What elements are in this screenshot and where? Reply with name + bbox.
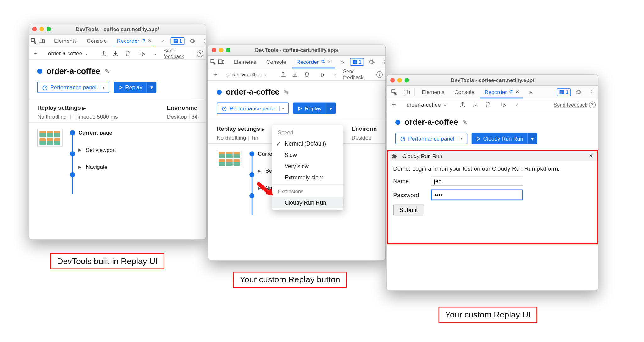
recording-selector[interactable]: order-a-coffee⌄: [404, 101, 452, 108]
chevron-down-icon[interactable]: ▾: [100, 85, 105, 90]
new-recording-button[interactable]: ＋: [211, 70, 219, 79]
close-window-icon[interactable]: [212, 48, 216, 52]
tab-console[interactable]: Console: [450, 86, 479, 98]
recording-selector[interactable]: order-a-coffee ⌄: [46, 49, 93, 57]
performance-panel-button[interactable]: Performance panel ▾: [395, 133, 467, 144]
delete-icon[interactable]: [122, 50, 133, 57]
kebab-menu-icon[interactable]: ⋮: [200, 38, 206, 44]
kebab-menu-icon[interactable]: ⋮: [379, 59, 386, 65]
edit-pencil-icon[interactable]: ✎: [284, 88, 289, 96]
menu-item-cloudy-run-run[interactable]: Cloudy Run Run: [272, 197, 343, 208]
send-feedback-link[interactable]: Send feedback: [343, 69, 375, 80]
kebab-menu-icon[interactable]: ⋮: [586, 89, 597, 95]
export-icon[interactable]: [278, 71, 288, 78]
tab-recorder[interactable]: Recorder ⚗ ✕: [113, 35, 156, 47]
step-navigate[interactable]: ▶Navigate: [78, 164, 116, 170]
password-input[interactable]: [431, 190, 523, 201]
menu-item-extremely-slow[interactable]: Extremely slow: [272, 172, 343, 183]
replay-dropdown-toggle[interactable]: ▾: [147, 82, 157, 92]
replay-button[interactable]: Replay ▾: [293, 103, 336, 114]
performance-panel-button[interactable]: Performance panel ▾: [217, 103, 289, 114]
import-icon[interactable]: [290, 71, 300, 78]
minimize-window-icon[interactable]: [219, 48, 224, 52]
chevron-down-icon[interactable]: ▾: [458, 136, 463, 141]
replay-dropdown-toggle[interactable]: ▾: [527, 133, 537, 144]
inspect-icon[interactable]: [389, 86, 400, 98]
edit-pencil-icon[interactable]: ✎: [462, 119, 468, 126]
export-icon[interactable]: [98, 50, 109, 57]
help-icon[interactable]: ?: [589, 101, 596, 108]
menu-item-normal[interactable]: Normal (Default): [272, 138, 343, 149]
device-toolbar-icon[interactable]: [218, 56, 224, 68]
close-window-icon[interactable]: [32, 27, 37, 31]
step-set-viewport[interactable]: ▶Set viewport: [78, 147, 116, 153]
step-over-icon[interactable]: [318, 71, 328, 78]
minimize-window-icon[interactable]: [397, 78, 402, 83]
delete-icon[interactable]: [302, 71, 312, 78]
send-feedback-link[interactable]: Send feedback: [554, 102, 587, 108]
close-tab-icon[interactable]: ✕: [515, 89, 519, 94]
recording-selector[interactable]: order-a-coffee⌄: [225, 70, 272, 78]
inspect-icon[interactable]: [210, 56, 216, 68]
traffic-lights: [32, 27, 51, 31]
chevron-down-icon[interactable]: ▾: [279, 106, 284, 111]
tabs-overflow[interactable]: »: [157, 35, 169, 47]
recorder-toolbar: ＋ order-a-coffee⌄ ⌄ Send feedback ?: [387, 98, 598, 111]
issues-badge[interactable]: 1: [557, 88, 571, 96]
zoom-window-icon[interactable]: [404, 78, 409, 83]
close-panel-icon[interactable]: ✕: [589, 153, 594, 159]
tab-recorder[interactable]: Recorder ⚗ ✕: [292, 56, 335, 68]
replay-settings-heading[interactable]: Replay settings▶: [217, 125, 265, 132]
device-toolbar-icon[interactable]: [401, 86, 412, 98]
help-icon[interactable]: ?: [376, 71, 383, 78]
new-recording-button[interactable]: ＋: [389, 100, 398, 109]
replay-settings-heading[interactable]: Replay settings▶: [37, 104, 118, 111]
minimize-window-icon[interactable]: [39, 27, 44, 31]
performance-panel-button[interactable]: Performance panel ▾: [37, 82, 109, 93]
cloudy-run-run-button[interactable]: Cloudy Run Run ▾: [471, 133, 537, 144]
submit-button[interactable]: Submit: [393, 205, 424, 216]
edit-pencil-icon[interactable]: ✎: [104, 68, 110, 75]
settings-gear-icon[interactable]: [186, 37, 198, 44]
export-icon[interactable]: [457, 102, 468, 108]
issues-badge[interactable]: 1: [170, 37, 185, 45]
step-over-icon[interactable]: [498, 102, 509, 108]
close-tab-icon[interactable]: ✕: [148, 38, 152, 43]
import-icon[interactable]: [470, 102, 481, 108]
step-current-page[interactable]: Current page: [78, 130, 116, 136]
zoom-window-icon[interactable]: [47, 27, 51, 31]
device-toolbar-icon[interactable]: [39, 35, 45, 47]
replay-button[interactable]: Replay ▾: [114, 82, 157, 93]
import-icon[interactable]: [110, 50, 121, 57]
menu-item-slow[interactable]: Slow: [272, 149, 343, 161]
tab-elements[interactable]: Elements: [418, 86, 449, 98]
page-thumbnail: [37, 129, 63, 147]
name-input[interactable]: [431, 176, 523, 186]
settings-gear-icon[interactable]: [366, 58, 377, 65]
replay-speed-menu: Speed Normal (Default) Slow Very slow Ex…: [272, 125, 343, 210]
svg-rect-8: [222, 61, 224, 64]
tab-elements[interactable]: Elements: [50, 35, 81, 47]
zoom-window-icon[interactable]: [226, 48, 230, 52]
close-window-icon[interactable]: [390, 78, 395, 83]
chevron-down-icon[interactable]: ⌄: [511, 102, 522, 107]
new-recording-button[interactable]: ＋: [31, 49, 40, 58]
close-tab-icon[interactable]: ✕: [327, 59, 331, 64]
tab-recorder[interactable]: Recorder ⚗ ✕: [480, 86, 523, 98]
inspect-icon[interactable]: [31, 35, 37, 47]
tab-elements[interactable]: Elements: [229, 56, 260, 68]
replay-dropdown-toggle[interactable]: ▾: [326, 103, 336, 113]
send-feedback-link[interactable]: Send feedback: [164, 47, 195, 59]
tab-console[interactable]: Console: [262, 56, 290, 68]
delete-icon[interactable]: [482, 102, 493, 108]
tabs-overflow[interactable]: »: [525, 86, 536, 98]
chevron-down-icon[interactable]: ⌄: [150, 51, 160, 56]
tabs-overflow[interactable]: »: [337, 56, 348, 68]
issues-badge[interactable]: 1: [350, 58, 364, 66]
tab-console[interactable]: Console: [83, 35, 111, 47]
menu-item-very-slow[interactable]: Very slow: [272, 161, 343, 172]
settings-gear-icon[interactable]: [573, 89, 584, 95]
chevron-down-icon[interactable]: ⌄: [330, 72, 340, 77]
step-over-icon[interactable]: [138, 50, 148, 57]
help-icon[interactable]: ?: [197, 50, 203, 57]
